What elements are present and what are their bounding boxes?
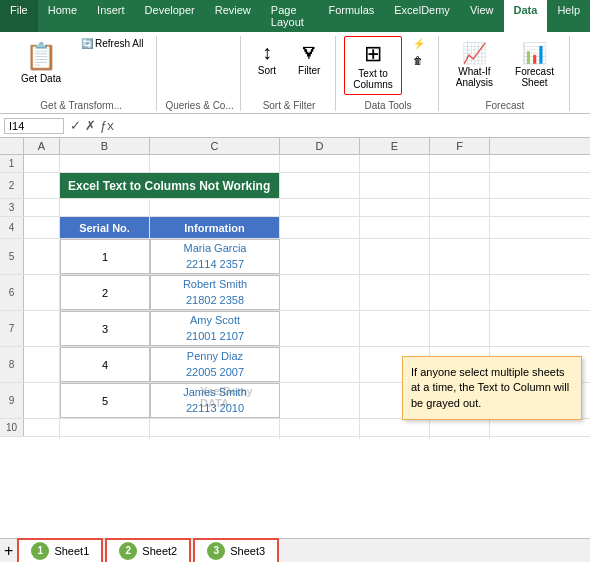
cell-d3[interactable] bbox=[280, 199, 360, 219]
cell-info-4[interactable]: Penny Diaz 22005 2007 bbox=[150, 347, 280, 382]
text-to-columns-label: Text toColumns bbox=[353, 68, 392, 90]
refresh-all-button[interactable]: 🔄 Refresh All bbox=[74, 36, 150, 51]
cell-f10[interactable] bbox=[430, 419, 490, 439]
cell-b10[interactable] bbox=[60, 419, 150, 439]
text-to-columns-icon: ⊞ bbox=[364, 41, 382, 67]
cell-a10[interactable] bbox=[24, 419, 60, 439]
cell-serial-header[interactable]: Serial No. bbox=[60, 217, 150, 238]
info-name-2: Robert Smith bbox=[183, 277, 247, 292]
cell-serial-1[interactable]: 1 bbox=[60, 239, 150, 274]
forecast-sheet-button[interactable]: 📊 ForecastSheet bbox=[506, 36, 563, 93]
tab-help[interactable]: Help bbox=[547, 0, 590, 32]
cell-a8[interactable] bbox=[24, 347, 60, 382]
tab-home[interactable]: Home bbox=[38, 0, 87, 32]
cell-info-header[interactable]: Information bbox=[150, 217, 280, 238]
new-sheet-button[interactable]: + bbox=[4, 542, 13, 560]
cell-info-1[interactable]: Maria Garcia 22114 2357 bbox=[150, 239, 280, 274]
cell-info-3[interactable]: Amy Scott 21001 2107 bbox=[150, 311, 280, 346]
tab-page-layout[interactable]: Page Layout bbox=[261, 0, 319, 32]
cell-d6[interactable] bbox=[280, 275, 360, 310]
cell-c1[interactable] bbox=[150, 155, 280, 175]
tab-file[interactable]: File bbox=[0, 0, 38, 32]
col-header-e: E bbox=[360, 138, 430, 154]
tab-developer[interactable]: Developer bbox=[135, 0, 205, 32]
cell-a9[interactable] bbox=[24, 383, 60, 418]
sort-button[interactable]: ↕ Sort bbox=[249, 36, 285, 81]
cell-f2[interactable] bbox=[430, 173, 490, 198]
sheet-tab-3[interactable]: 3 Sheet3 bbox=[193, 538, 279, 563]
ribbon-content: 📋 Get Data 🔄 Refresh All Get & Transform… bbox=[0, 32, 590, 114]
tooltip-text: If anyone select multiple sheets at a ti… bbox=[411, 366, 569, 409]
group-data-tools: ⊞ Text toColumns ⚡ 🗑 Data Tools bbox=[338, 36, 438, 111]
cell-d2[interactable] bbox=[280, 173, 360, 198]
cell-f3[interactable] bbox=[430, 199, 490, 219]
spreadsheet-container: A B C D E F 1 2 Excel Text to Columns No… bbox=[0, 138, 590, 437]
table-row: 2 Excel Text to Columns Not Working bbox=[0, 173, 590, 199]
remove-duplicates-button[interactable]: 🗑 bbox=[406, 53, 432, 68]
cell-serial-4[interactable]: 4 bbox=[60, 347, 150, 382]
cell-f4[interactable] bbox=[430, 217, 490, 238]
cell-e1[interactable] bbox=[360, 155, 430, 175]
cell-d4[interactable] bbox=[280, 217, 360, 238]
filter-button[interactable]: ⛛ Filter bbox=[289, 36, 329, 81]
tab-view[interactable]: View bbox=[460, 0, 504, 32]
cell-e4[interactable] bbox=[360, 217, 430, 238]
cell-a4[interactable] bbox=[24, 217, 60, 238]
cell-e3[interactable] bbox=[360, 199, 430, 219]
cell-c3[interactable] bbox=[150, 199, 280, 219]
cell-f7[interactable] bbox=[430, 311, 490, 346]
cell-ref-input[interactable]: I14 bbox=[4, 118, 64, 134]
tab-review[interactable]: Review bbox=[205, 0, 261, 32]
get-data-button[interactable]: 📋 Get Data bbox=[12, 36, 70, 89]
tab-data[interactable]: Data bbox=[504, 0, 548, 32]
group-queries-label: Queries & Co... bbox=[165, 100, 233, 111]
cell-f5[interactable] bbox=[430, 239, 490, 274]
table-row: 3 bbox=[0, 199, 590, 217]
cell-d10[interactable] bbox=[280, 419, 360, 439]
cell-a3[interactable] bbox=[24, 199, 60, 219]
cell-d5[interactable] bbox=[280, 239, 360, 274]
cell-c10[interactable] bbox=[150, 419, 280, 439]
cell-f6[interactable] bbox=[430, 275, 490, 310]
cell-e2[interactable] bbox=[360, 173, 430, 198]
cell-d8[interactable] bbox=[280, 347, 360, 382]
cell-serial-2[interactable]: 2 bbox=[60, 275, 150, 310]
what-if-button[interactable]: 📈 What-IfAnalysis bbox=[447, 36, 502, 93]
cell-serial-3[interactable]: 3 bbox=[60, 311, 150, 346]
tab-exceldemy[interactable]: ExcelDemy bbox=[384, 0, 460, 32]
cell-a7[interactable] bbox=[24, 311, 60, 346]
cell-e7[interactable] bbox=[360, 311, 430, 346]
cell-a5[interactable] bbox=[24, 239, 60, 274]
cell-info-2[interactable]: Robert Smith 21802 2358 bbox=[150, 275, 280, 310]
info-name-3: Amy Scott bbox=[190, 313, 240, 328]
cell-d9[interactable] bbox=[280, 383, 360, 418]
cell-title[interactable]: Excel Text to Columns Not Working bbox=[60, 173, 280, 198]
cell-d1[interactable] bbox=[280, 155, 360, 175]
tab-number-1: 1 bbox=[31, 542, 49, 560]
filter-icon: ⛛ bbox=[299, 41, 319, 64]
formula-input[interactable] bbox=[120, 120, 586, 132]
cell-b1[interactable] bbox=[60, 155, 150, 175]
cell-serial-5[interactable]: 5 bbox=[60, 383, 150, 418]
col-headers: A B C D E F bbox=[0, 138, 590, 155]
tab-formulas[interactable]: Formulas bbox=[318, 0, 384, 32]
row-num-3: 3 bbox=[0, 199, 24, 216]
cell-e6[interactable] bbox=[360, 275, 430, 310]
sheet-tabs-bar: + 1 Sheet1 2 Sheet2 3 Sheet3 bbox=[0, 538, 590, 562]
sheet-tab-1[interactable]: 1 Sheet1 bbox=[17, 538, 103, 563]
row-num-5: 5 bbox=[0, 239, 24, 274]
cell-b3[interactable] bbox=[60, 199, 150, 219]
cell-f1[interactable] bbox=[430, 155, 490, 175]
flash-fill-icon: ⚡ bbox=[413, 38, 425, 49]
cell-e5[interactable] bbox=[360, 239, 430, 274]
flash-fill-button[interactable]: ⚡ bbox=[406, 36, 432, 51]
group-sort-filter-label: Sort & Filter bbox=[263, 100, 316, 111]
tab-insert[interactable]: Insert bbox=[87, 0, 135, 32]
cell-e10[interactable] bbox=[360, 419, 430, 439]
cell-d7[interactable] bbox=[280, 311, 360, 346]
cell-a2[interactable] bbox=[24, 173, 60, 198]
cell-a6[interactable] bbox=[24, 275, 60, 310]
sheet-tab-2[interactable]: 2 Sheet2 bbox=[105, 538, 191, 563]
cell-a1[interactable] bbox=[24, 155, 60, 175]
text-to-columns-button[interactable]: ⊞ Text toColumns bbox=[344, 36, 401, 95]
